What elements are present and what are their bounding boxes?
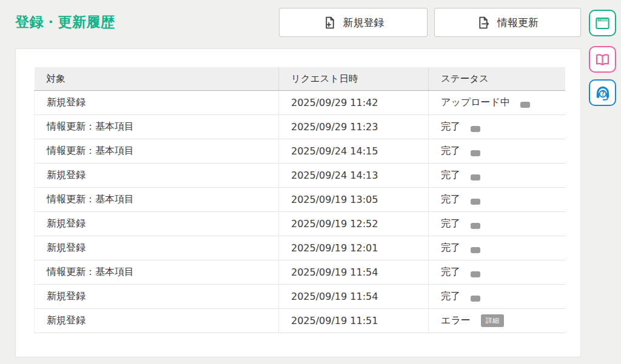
browser-window-icon <box>594 15 611 31</box>
row-status: 完了 <box>429 212 565 236</box>
row-target: 情報更新：基本項目 <box>35 260 279 285</box>
headset-question-rail-button[interactable]: ? <box>589 79 616 106</box>
file-plus-icon <box>323 16 337 30</box>
new-registration-button[interactable]: 新規登録 <box>279 8 428 37</box>
row-status: 完了 <box>429 188 565 212</box>
header-target: 対象 <box>35 67 279 91</box>
table-header-row: 対象 リクエスト日時 ステータス <box>35 67 565 91</box>
row-target: 新規登録 <box>35 236 279 260</box>
row-status: 完了 <box>429 285 565 309</box>
header-status: ステータス <box>429 67 565 91</box>
detail-button[interactable] <box>471 271 480 277</box>
detail-button[interactable] <box>471 150 480 156</box>
table-row: 情報更新：基本項目 2025/09/29 11:23 完了 <box>35 115 565 139</box>
history-card: 対象 リクエスト日時 ステータス 新規登録 2025/09/29 11:42 ア… <box>15 48 581 357</box>
row-datetime: 2025/09/19 13:05 <box>279 188 429 212</box>
row-datetime: 2025/09/29 11:42 <box>279 91 429 115</box>
row-datetime: 2025/09/19 11:54 <box>279 260 429 285</box>
detail-button[interactable] <box>471 223 480 229</box>
detail-button[interactable] <box>471 174 480 180</box>
row-datetime: 2025/09/19 12:52 <box>279 212 429 236</box>
status-text: 完了 <box>441 290 460 302</box>
page-title: 登録・更新履歴 <box>15 13 115 31</box>
row-status: 完了 <box>429 139 565 164</box>
row-target: 新規登録 <box>35 309 279 333</box>
row-status: 完了 <box>429 115 565 139</box>
row-status: エラー 詳細 <box>429 309 565 333</box>
table-row: 情報更新：基本項目 2025/09/19 13:05 完了 <box>35 188 565 212</box>
status-text: 完了 <box>441 266 460 277</box>
row-status: 完了 <box>429 260 565 285</box>
detail-button[interactable] <box>471 247 480 253</box>
table-row: 情報更新：基本項目 2025/09/19 11:54 完了 <box>35 260 565 285</box>
table-row: 情報更新：基本項目 2025/09/24 14:15 完了 <box>35 139 565 164</box>
row-datetime: 2025/09/19 12:01 <box>279 236 429 260</box>
table-row: 新規登録 2025/09/24 14:13 完了 <box>35 164 565 188</box>
row-status: 完了 <box>429 236 565 260</box>
status-text: 完了 <box>441 193 460 205</box>
row-datetime: 2025/09/29 11:23 <box>279 115 429 139</box>
table-row: 新規登録 2025/09/19 12:52 完了 <box>35 212 565 236</box>
status-text: 完了 <box>441 121 460 132</box>
row-target: 新規登録 <box>35 164 279 188</box>
open-book-rail-button[interactable] <box>589 46 616 73</box>
detail-button[interactable]: 詳細 <box>481 314 504 327</box>
svg-text:?: ? <box>601 90 605 97</box>
table-row: 新規登録 2025/09/19 11:54 完了 <box>35 285 565 309</box>
row-target: 情報更新：基本項目 <box>35 139 279 164</box>
detail-button[interactable] <box>471 296 480 302</box>
new-registration-label: 新規登録 <box>343 16 384 30</box>
status-text: エラー <box>441 314 471 326</box>
headset-question-icon: ? <box>594 84 611 101</box>
file-export-icon <box>477 16 491 30</box>
row-target: 情報更新：基本項目 <box>35 115 279 139</box>
status-text: 完了 <box>441 217 460 229</box>
table-row: 新規登録 2025/09/29 11:42 アップロード中 <box>35 91 565 115</box>
detail-button[interactable] <box>520 102 530 108</box>
open-book-icon <box>594 51 611 68</box>
row-datetime: 2025/09/19 11:54 <box>279 285 429 309</box>
table-row: 新規登録 2025/09/19 12:01 完了 <box>35 236 565 260</box>
row-status: 完了 <box>429 164 565 188</box>
row-datetime: 2025/09/24 14:13 <box>279 164 429 188</box>
row-status: アップロード中 <box>429 91 565 115</box>
status-text: 完了 <box>441 145 460 156</box>
status-text: 完了 <box>441 169 460 180</box>
status-text: 完了 <box>441 242 460 253</box>
row-target: 新規登録 <box>35 212 279 236</box>
row-datetime: 2025/09/19 11:51 <box>279 309 429 333</box>
row-target: 情報更新：基本項目 <box>35 188 279 212</box>
history-table: 対象 リクエスト日時 ステータス 新規登録 2025/09/29 11:42 ア… <box>34 67 565 333</box>
row-target: 新規登録 <box>35 285 279 309</box>
browser-window-rail-button[interactable] <box>589 10 616 36</box>
row-datetime: 2025/09/24 14:15 <box>279 139 429 164</box>
status-text: アップロード中 <box>441 96 510 108</box>
detail-button[interactable] <box>471 126 480 132</box>
detail-button[interactable] <box>471 199 480 205</box>
table-row: 新規登録 2025/09/19 11:51 エラー 詳細 <box>35 309 565 333</box>
row-target: 新規登録 <box>35 91 279 115</box>
header-request-datetime: リクエスト日時 <box>279 67 429 91</box>
history-table-body: 新規登録 2025/09/29 11:42 アップロード中 情報更新：基本項目 … <box>35 91 565 333</box>
info-update-button[interactable]: 情報更新 <box>434 8 581 37</box>
info-update-label: 情報更新 <box>497 16 539 30</box>
